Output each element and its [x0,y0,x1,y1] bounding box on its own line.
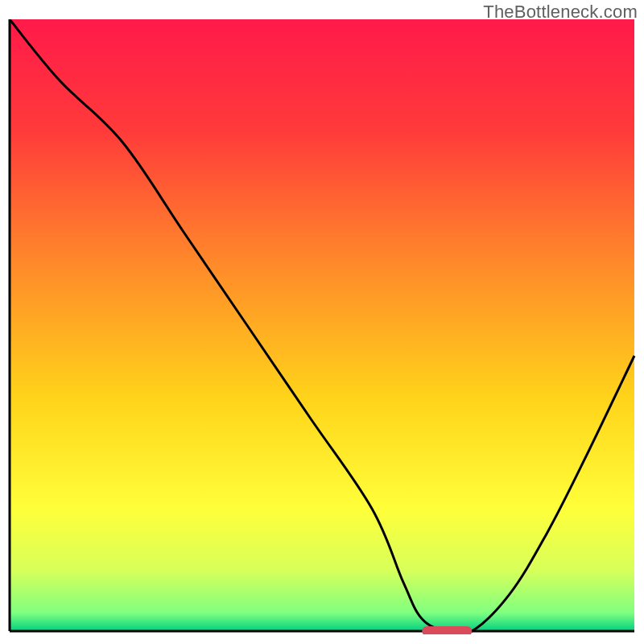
bottleneck-chart [8,19,636,634]
chart-container: { "watermark": "TheBottleneck.com", "col… [0,0,644,644]
gradient-background [10,19,634,631]
optimum-marker [422,626,472,634]
